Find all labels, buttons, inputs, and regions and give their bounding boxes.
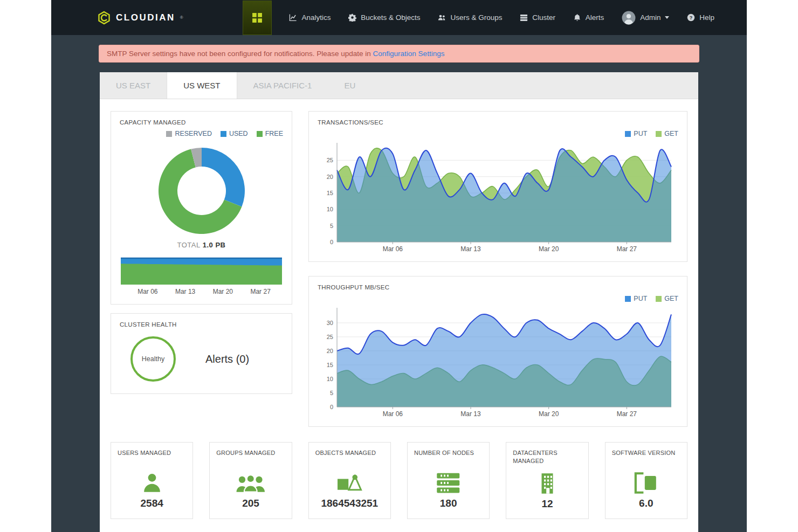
svg-text:20: 20 xyxy=(327,174,333,180)
main-panel: US EAST US WEST ASIA PACIFIC-1 EU CAPACI… xyxy=(100,72,698,532)
get-swatch xyxy=(656,296,662,302)
capacity-donut-chart xyxy=(156,145,247,237)
nav-buckets-objects[interactable]: Buckets & Objects xyxy=(348,13,420,22)
dashboard-content: CAPACITY MANAGED RESERVED USED xyxy=(100,99,698,532)
svg-text:Mar 27: Mar 27 xyxy=(617,410,637,418)
nav-cluster[interactable]: Cluster xyxy=(520,13,555,22)
svg-text:25: 25 xyxy=(327,157,333,163)
objects-managed-value: 1864543251 xyxy=(315,498,384,509)
dashboard-grid-icon xyxy=(251,12,263,24)
svg-text:15: 15 xyxy=(327,190,333,196)
capacity-legend: RESERVED USED FREE xyxy=(120,130,283,137)
svg-text:Mar 20: Mar 20 xyxy=(213,288,233,295)
nav-help-label: Help xyxy=(699,13,714,22)
throughput-title: THROUGHPUT MB/SEC xyxy=(318,284,678,291)
svg-text:Mar 27: Mar 27 xyxy=(617,245,637,253)
groups-managed-value: 205 xyxy=(216,498,285,509)
svg-text:5: 5 xyxy=(330,223,333,229)
svg-text:Mar 20: Mar 20 xyxy=(539,410,559,418)
brand-text: CLOUDIAN xyxy=(116,12,175,23)
svg-text:Mar 27: Mar 27 xyxy=(250,288,271,295)
stat-card-software-version: SOFTWARE VERSION 6.0 xyxy=(605,442,687,519)
avatar xyxy=(622,11,636,25)
svg-text:10: 10 xyxy=(327,206,333,212)
capacity-managed-card: CAPACITY MANAGED RESERVED USED xyxy=(111,111,292,305)
chevron-down-icon xyxy=(665,16,669,19)
svg-text:Mar 20: Mar 20 xyxy=(539,245,559,253)
svg-text:Mar 13: Mar 13 xyxy=(460,410,481,418)
user-icon xyxy=(118,469,186,494)
nav-help[interactable]: ? Help xyxy=(687,13,714,22)
cluster-health-title: CLUSTER HEALTH xyxy=(120,321,283,328)
used-swatch xyxy=(221,131,226,137)
legend-put: PUT xyxy=(625,130,647,137)
svg-text:Mar 13: Mar 13 xyxy=(175,288,196,295)
nav-users-groups-label: Users & Groups xyxy=(450,13,502,22)
tab-us-east[interactable]: US EAST xyxy=(100,72,167,99)
help-question-icon: ? xyxy=(687,13,695,22)
tab-asia-pacific-1[interactable]: ASIA PACIFIC-1 xyxy=(237,72,328,99)
configuration-settings-link[interactable]: Configuration Settings xyxy=(373,50,445,58)
svg-text:Mar 06: Mar 06 xyxy=(383,410,403,418)
users-group-icon xyxy=(216,469,285,494)
reserved-swatch xyxy=(166,131,172,137)
cluster-health-card: CLUSTER HEALTH Healthy Alerts (0) xyxy=(111,313,292,394)
throughput-card: THROUGHPUT MB/SEC PUT GET 0510152025 xyxy=(308,276,687,427)
building-icon xyxy=(513,470,581,495)
registered-mark: ® xyxy=(180,15,183,20)
analytics-icon xyxy=(289,13,297,22)
nav-analytics[interactable]: Analytics xyxy=(289,13,331,22)
datacenters-managed-value: 12 xyxy=(513,498,581,510)
brand-logo[interactable]: CLOUDIAN ® xyxy=(97,11,183,25)
svg-text:5: 5 xyxy=(330,390,333,396)
svg-text:10: 10 xyxy=(327,376,333,382)
free-swatch xyxy=(257,131,263,137)
throughput-legend: PUT GET xyxy=(318,295,678,302)
legend-get: GET xyxy=(656,295,678,302)
legend-reserved: RESERVED xyxy=(166,130,212,137)
health-status-label: Healthy xyxy=(142,355,164,363)
svg-text:0: 0 xyxy=(330,239,333,245)
nav-cluster-label: Cluster xyxy=(532,13,555,22)
capacity-history-chart: Mar 06Mar 13Mar 20Mar 27 xyxy=(120,257,283,296)
stat-card-number-of-nodes: NUMBER OF NODES 180 xyxy=(407,442,490,519)
svg-text:?: ? xyxy=(690,15,692,20)
svg-text:25: 25 xyxy=(327,334,333,340)
capacity-title: CAPACITY MANAGED xyxy=(120,119,283,126)
svg-text:30: 30 xyxy=(327,320,333,326)
transactions-card: TRANSACTIONS/SEC PUT GET 0510152025M xyxy=(308,111,687,262)
objects-icon xyxy=(315,469,384,494)
tab-eu[interactable]: EU xyxy=(328,72,372,99)
get-swatch xyxy=(656,131,662,137)
legend-get: GET xyxy=(656,130,678,137)
legend-put: PUT xyxy=(625,295,647,302)
nav-analytics-label: Analytics xyxy=(301,13,331,22)
gear-icon xyxy=(348,13,356,22)
top-navbar: CLOUDIAN ® Analytics Buckets & Objects U… xyxy=(51,0,747,35)
transactions-chart: 0510152025Mar 06Mar 13Mar 20Mar 27 xyxy=(318,140,678,254)
users-icon xyxy=(438,13,446,22)
nav-dashboard[interactable] xyxy=(243,1,272,35)
nav-alerts-label: Alerts xyxy=(586,13,604,22)
svg-text:20: 20 xyxy=(327,348,333,354)
nav-admin-menu[interactable]: Admin xyxy=(622,11,669,25)
smtp-warning-text: SMTP Server settings have not been confi… xyxy=(107,50,371,58)
svg-text:Mar 06: Mar 06 xyxy=(383,245,403,253)
transactions-title: TRANSACTIONS/SEC xyxy=(318,119,678,126)
stat-card-groups-managed: GROUPS MANAGED 205 xyxy=(209,442,292,519)
smtp-warning-banner: SMTP Server settings have not been confi… xyxy=(99,45,699,63)
tab-us-west[interactable]: US WEST xyxy=(167,72,237,99)
app-shell: CLOUDIAN ® Analytics Buckets & Objects U… xyxy=(51,0,747,532)
legend-free: FREE xyxy=(257,130,283,137)
svg-text:0: 0 xyxy=(330,404,333,410)
legend-used: USED xyxy=(221,130,248,137)
put-swatch xyxy=(625,296,631,302)
stat-card-objects-managed: OBJECTS MANAGED 1864543251 xyxy=(308,442,391,519)
throughput-chart: 051015202530Mar 06Mar 13Mar 20Mar 27 xyxy=(318,305,678,419)
nodes-icon xyxy=(414,469,483,494)
alerts-count-text: Alerts (0) xyxy=(205,353,249,365)
version-icon xyxy=(612,469,680,494)
nav-users-groups[interactable]: Users & Groups xyxy=(438,13,502,22)
nav-alerts[interactable]: Alerts xyxy=(573,13,604,22)
svg-text:15: 15 xyxy=(327,362,333,368)
